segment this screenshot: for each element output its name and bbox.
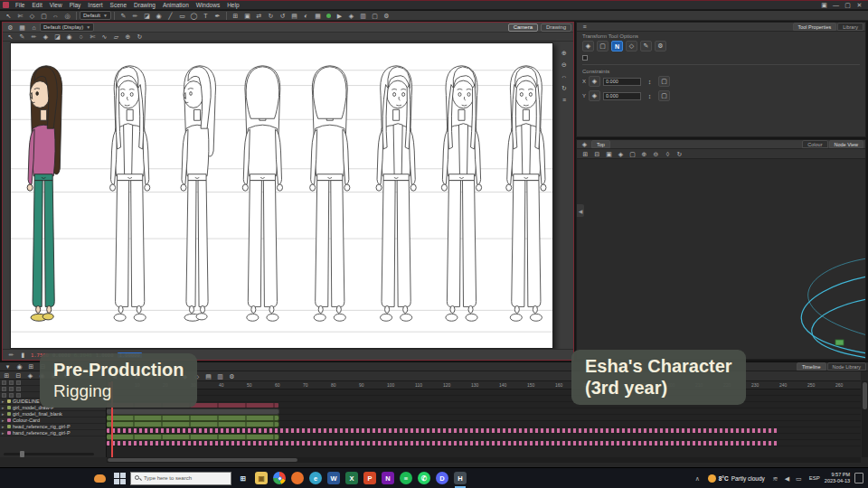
x-value-input[interactable] (603, 78, 641, 86)
rotate-cw-icon[interactable]: ↻ (266, 11, 276, 21)
menu-icon[interactable]: ≡ (560, 95, 570, 105)
news-widget-icon[interactable] (94, 474, 106, 483)
exposure-segment[interactable] (107, 441, 778, 446)
exposure-segment[interactable] (107, 416, 278, 420)
zoom-in-icon[interactable]: ⊕ (123, 32, 133, 42)
show-grid-icon[interactable]: ▦ (17, 23, 27, 33)
menu-scene[interactable]: Scene (107, 2, 130, 8)
hand-tool-icon[interactable]: ⇔ (51, 11, 61, 21)
smooth-editor-icon[interactable]: ∿ (99, 32, 109, 42)
timeline-layer-row[interactable]: ▸hand_reference_rig_girl-P (0, 430, 106, 436)
expand-arrow-icon[interactable]: ▸ (2, 411, 5, 417)
layer-colour-chip[interactable] (7, 418, 11, 422)
default-preset-dropdown[interactable]: Default ▼ (80, 11, 111, 20)
track-row-empty[interactable] (107, 389, 861, 396)
rotate-icon[interactable]: ↻ (560, 83, 570, 93)
duplicate-drawing-icon[interactable]: ▣ (242, 11, 252, 21)
zoom-out-icon[interactable]: ⊖ (560, 60, 570, 70)
battery-icon[interactable]: ▭ (794, 474, 804, 483)
x-link-icon[interactable]: ◈ (589, 76, 600, 87)
tab-drawing[interactable]: Drawing (541, 23, 571, 32)
layer-colour-chip[interactable] (7, 399, 11, 403)
reset-view-icon[interactable]: ⌂ (29, 23, 39, 33)
text-tool-icon[interactable]: T (201, 11, 211, 21)
expand-arrow-icon[interactable]: ▸ (2, 405, 5, 410)
add-node-icon[interactable]: ⊞ (580, 149, 590, 159)
pencil-icon[interactable]: ✏ (29, 32, 39, 42)
onion-skin-icon[interactable]: ▤ (203, 371, 213, 381)
whatsapp-icon[interactable]: ✆ (418, 472, 430, 484)
y-value-input[interactable] (603, 92, 641, 100)
onenote-icon[interactable]: N (382, 472, 394, 484)
edge-icon[interactable]: e (309, 472, 322, 484)
task-view-icon[interactable]: ⊞ (237, 472, 250, 484)
backlight-icon[interactable]: ◐ (301, 11, 311, 21)
tab-tool-properties[interactable]: Tool Properties (793, 23, 837, 31)
track-row[interactable] (107, 415, 861, 421)
track-row[interactable] (107, 421, 861, 427)
expand-arrow-icon[interactable]: ▸ (2, 430, 5, 436)
add-drawing-icon[interactable]: ⊞ (231, 11, 241, 21)
timeline-layer-row[interactable]: ▸girl_model_final_blank (0, 411, 106, 418)
tab-camera[interactable]: Camera (508, 23, 538, 32)
x-extra-button[interactable]: ▢ (658, 76, 670, 87)
start-button[interactable] (112, 471, 127, 485)
hand-icon[interactable]: ⇔ (560, 71, 570, 81)
zoom-out-icon[interactable]: ⊖ (651, 149, 661, 159)
tab-top[interactable]: Top (591, 140, 610, 148)
y-stepper-icon[interactable]: ↕ (645, 91, 655, 101)
menu-view[interactable]: View (46, 2, 66, 8)
tab-timeline[interactable]: Timeline (797, 362, 826, 371)
track-row-empty[interactable] (107, 396, 861, 402)
taskbar-search-input[interactable]: Type here to search (130, 472, 231, 485)
menu-file[interactable]: File (12, 2, 28, 8)
panel-menu-icon[interactable]: ≡ (580, 22, 590, 32)
brush-icon[interactable]: ✎ (17, 32, 27, 42)
node-view-canvas[interactable]: ◀ (577, 159, 865, 359)
track-row[interactable] (107, 434, 861, 440)
menu-help[interactable]: Help (223, 2, 242, 8)
expand-arrow-icon[interactable]: ▸ (2, 418, 5, 423)
excel-icon[interactable]: X (345, 472, 358, 484)
exposure-segment[interactable] (107, 422, 278, 427)
discord-icon[interactable]: D (436, 472, 448, 484)
word-icon[interactable]: W (327, 472, 340, 484)
split-icon[interactable]: ▥ (215, 371, 225, 381)
snap-options-icon[interactable]: ◇ (626, 41, 637, 52)
harmony-icon[interactable]: H (454, 472, 467, 484)
tab-node-library[interactable]: Node Library (827, 362, 867, 371)
menu-edit[interactable]: Edit (28, 2, 45, 8)
y-link-icon[interactable]: ◈ (589, 90, 600, 101)
minimize-icon[interactable]: — (831, 0, 841, 10)
firefox-icon[interactable] (291, 472, 304, 484)
eraser-icon[interactable]: ◪ (52, 32, 62, 42)
cutter-icon[interactable]: ✄ (88, 32, 98, 42)
perspective-icon[interactable]: ▱ (111, 32, 121, 42)
track-row[interactable] (107, 427, 861, 434)
rotate-view-icon[interactable]: ↻ (135, 32, 145, 42)
track-row[interactable] (107, 440, 861, 446)
reposition-tool-icon[interactable]: ◇ (27, 11, 37, 21)
peg-selection-icon[interactable]: N (611, 41, 623, 52)
exposure-segment[interactable] (107, 435, 278, 439)
drawing-canvas[interactable] (10, 42, 553, 349)
animate-mode-icon[interactable]: ◈ (582, 41, 594, 52)
rectangle-tool-icon[interactable]: ▭ (177, 11, 187, 21)
timeline-layer-row[interactable]: ▸Colour-Card (0, 418, 106, 424)
track-row[interactable] (107, 408, 861, 415)
zoom-in-icon[interactable]: ⊕ (560, 48, 570, 58)
menu-windows[interactable]: Windows (193, 2, 223, 8)
weather-widget[interactable]: 8°C Partly cloudy (708, 474, 765, 483)
paint-bucket-icon[interactable]: ◉ (64, 32, 74, 42)
display-selector-dropdown[interactable]: Default (Display) ▼ (40, 23, 94, 32)
eraser-tool-icon[interactable]: ◪ (142, 11, 152, 21)
timeline-horizontal-scrollbar[interactable] (107, 457, 861, 463)
tray-chevron-icon[interactable]: ∧ (693, 474, 703, 483)
file-explorer-icon[interactable]: ▣ (255, 472, 268, 484)
graph-node[interactable] (835, 340, 844, 345)
close-icon[interactable]: ✕ (854, 0, 864, 10)
select-icon[interactable]: ↖ (5, 32, 15, 42)
select-tool-icon[interactable]: ↖ (4, 11, 14, 21)
rotate-ccw-icon[interactable]: ↺ (278, 11, 288, 21)
workspace-layout-icon[interactable]: ▣ (819, 0, 829, 10)
